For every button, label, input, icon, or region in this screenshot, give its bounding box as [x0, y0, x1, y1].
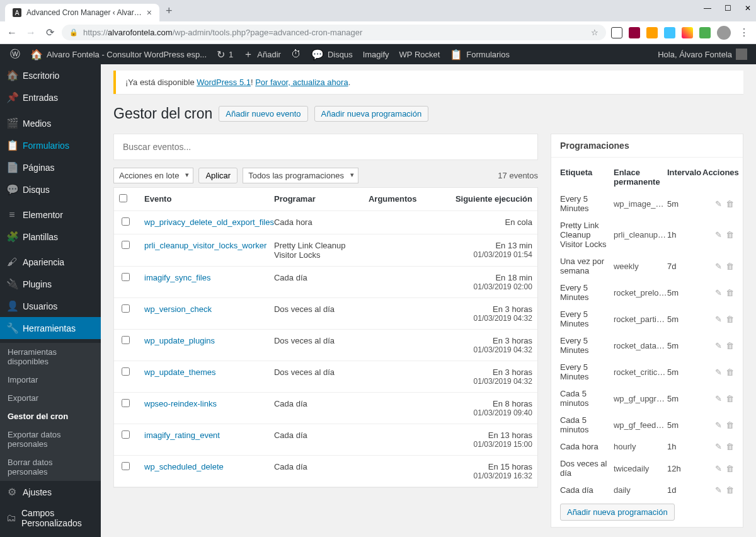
edit-icon[interactable]: ✎: [715, 485, 722, 495]
sidebar-item-6[interactable]: ≡Elementor: [0, 204, 101, 226]
event-checkbox[interactable]: [122, 430, 130, 439]
account-link[interactable]: Hola, Álvaro Fontela: [658, 49, 751, 60]
updates-link[interactable]: ↻1: [212, 44, 238, 64]
apply-button[interactable]: Aplicar: [198, 168, 238, 183]
event-checkbox[interactable]: [122, 217, 130, 226]
edit-icon[interactable]: ✎: [715, 230, 722, 240]
close-window-icon[interactable]: ✕: [743, 4, 752, 13]
sidebar-item-3[interactable]: 📋Formularios: [0, 134, 101, 156]
edit-icon[interactable]: ✎: [715, 394, 722, 403]
new-tab-button[interactable]: +: [166, 4, 173, 21]
event-name[interactable]: wp_version_check: [144, 304, 274, 314]
sidebar-item-11[interactable]: 🔧Herramientas: [0, 317, 101, 339]
sidebar-item-2[interactable]: 🎬Medios: [0, 112, 101, 134]
perf-icon[interactable]: ⏱: [286, 44, 306, 64]
forms-link[interactable]: 📋Formularios: [445, 44, 515, 64]
trash-icon[interactable]: 🗑: [726, 485, 734, 495]
ext-icon-1[interactable]: [611, 27, 622, 38]
event-name[interactable]: imagify_rating_event: [144, 430, 274, 440]
sidebar-subitem-2[interactable]: Exportar: [0, 389, 101, 407]
ext-icon-3[interactable]: [646, 27, 658, 38]
edit-icon[interactable]: ✎: [715, 262, 722, 271]
sidebar-item-0[interactable]: 🏠Escritorio: [0, 64, 101, 86]
sidebar-item-10[interactable]: 👤Usuarios: [0, 295, 101, 317]
event-checkbox[interactable]: [122, 399, 130, 407]
add-schedule-button-side[interactable]: Añadir nueva programación: [560, 504, 675, 521]
event-checkbox[interactable]: [122, 304, 130, 313]
sidebar-item-5[interactable]: 💬Disqus: [0, 178, 101, 200]
sidebar-item-4[interactable]: 📄Páginas: [0, 156, 101, 178]
trash-icon[interactable]: 🗑: [726, 420, 734, 430]
event-name[interactable]: wp_update_plugins: [144, 336, 274, 345]
url-field[interactable]: 🔒 https://alvarofontela.com/wp-admin/too…: [62, 25, 606, 40]
trash-icon[interactable]: 🗑: [726, 442, 734, 451]
wp-logo-icon[interactable]: ⓦ: [5, 44, 25, 64]
forward-button[interactable]: →: [24, 26, 38, 40]
ext-icon-2[interactable]: [629, 27, 640, 38]
trash-icon[interactable]: 🗑: [726, 288, 734, 297]
trash-icon[interactable]: 🗑: [726, 262, 734, 271]
edit-icon[interactable]: ✎: [715, 288, 722, 297]
sidebar-item-13[interactable]: 🗂Campos Personalizados: [0, 503, 101, 533]
minimize-icon[interactable]: —: [703, 4, 712, 13]
select-all-checkbox[interactable]: [119, 194, 127, 202]
event-name[interactable]: wp_update_themes: [144, 367, 274, 377]
trash-icon[interactable]: 🗑: [726, 315, 734, 324]
sidebar-item-7[interactable]: 🧩Plantillas: [0, 226, 101, 248]
star-icon[interactable]: ☆: [591, 28, 598, 37]
schedule-filter-select[interactable]: Todos las programaciones: [243, 168, 358, 183]
event-checkbox[interactable]: [122, 241, 130, 249]
add-schedule-button[interactable]: Añadir nueva programación: [314, 106, 429, 122]
trash-icon[interactable]: 🗑: [726, 367, 734, 377]
wp-version-link[interactable]: WordPress 5.1: [197, 78, 251, 87]
event-checkbox[interactable]: [122, 367, 130, 376]
search-input[interactable]: [123, 142, 529, 152]
event-name[interactable]: wpseo-reindex-links: [144, 399, 274, 408]
trash-icon[interactable]: 🗑: [726, 230, 734, 240]
edit-icon[interactable]: ✎: [715, 420, 722, 430]
sidebar-item-14[interactable]: 📊SEO: [0, 533, 101, 537]
reload-button[interactable]: ⟳: [43, 26, 57, 40]
sidebar-item-12[interactable]: ⚙Ajustes: [0, 481, 101, 503]
event-checkbox[interactable]: [122, 273, 130, 281]
new-link[interactable]: ＋Añadir: [238, 44, 286, 64]
sidebar-item-9[interactable]: 🔌Plugins: [0, 273, 101, 295]
bulk-actions-select[interactable]: Acciones en lote: [113, 168, 193, 183]
trash-icon[interactable]: 🗑: [726, 199, 734, 209]
maximize-icon[interactable]: ☐: [723, 4, 732, 13]
sidebar-subitem-4[interactable]: Exportar datos personales: [0, 425, 101, 453]
trash-icon[interactable]: 🗑: [726, 464, 734, 473]
edit-icon[interactable]: ✎: [715, 341, 722, 350]
sidebar-subitem-5[interactable]: Borrar datos personales: [0, 453, 101, 481]
edit-icon[interactable]: ✎: [715, 315, 722, 324]
site-link[interactable]: 🏠Alvaro Fontela - Consultor WordPress es…: [25, 44, 212, 64]
menu-icon[interactable]: ⋮: [737, 26, 751, 40]
disqus-link[interactable]: 💬Disqus: [306, 44, 358, 64]
update-now-link[interactable]: Por favor, actualiza ahora: [255, 78, 348, 87]
wprocket-link[interactable]: WP Rocket: [394, 44, 445, 64]
sidebar-subitem-3[interactable]: Gestor del cron: [0, 407, 101, 425]
trash-icon[interactable]: 🗑: [726, 394, 734, 403]
event-name[interactable]: wp_privacy_delete_old_export_files: [144, 217, 274, 227]
edit-icon[interactable]: ✎: [715, 442, 722, 451]
trash-icon[interactable]: 🗑: [726, 341, 734, 350]
sidebar-item-1[interactable]: 📌Entradas: [0, 86, 101, 108]
event-name[interactable]: imagify_sync_files: [144, 273, 274, 282]
add-event-button[interactable]: Añadir nuevo evento: [219, 106, 307, 122]
ext-icon-5[interactable]: [682, 27, 693, 38]
imagify-link[interactable]: Imagify: [358, 44, 394, 64]
event-checkbox[interactable]: [122, 462, 130, 470]
edit-icon[interactable]: ✎: [715, 199, 722, 209]
event-name[interactable]: prli_cleanup_visitor_locks_worker: [144, 241, 274, 250]
event-checkbox[interactable]: [122, 336, 130, 344]
sidebar-item-8[interactable]: 🖌Apariencia: [0, 251, 101, 273]
sidebar-subitem-0[interactable]: Herramientas disponibles: [0, 343, 101, 371]
edit-icon[interactable]: ✎: [715, 367, 722, 377]
profile-avatar-icon[interactable]: [717, 26, 731, 40]
ext-icon-4[interactable]: [664, 27, 675, 38]
back-button[interactable]: ←: [5, 26, 19, 40]
tab-close-icon[interactable]: ×: [147, 8, 152, 18]
sidebar-subitem-1[interactable]: Importar: [0, 371, 101, 389]
edit-icon[interactable]: ✎: [715, 464, 722, 473]
ext-icon-6[interactable]: [699, 27, 711, 38]
